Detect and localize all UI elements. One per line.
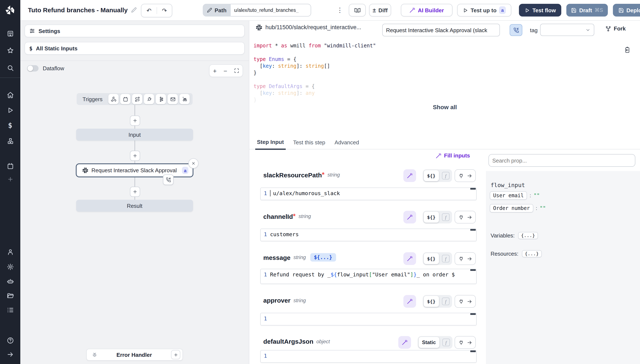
template-mode-button[interactable]: ${} <box>424 212 439 223</box>
add-error-handler-button[interactable] <box>171 350 180 359</box>
search-prop-input[interactable] <box>488 154 635 167</box>
email-trigger-button[interactable] <box>168 94 178 104</box>
more-menu-button[interactable]: ⋮ <box>336 4 344 16</box>
connect-input-button[interactable] <box>454 295 476 308</box>
sidebar-item-folders[interactable] <box>0 289 20 302</box>
deploy-button[interactable]: Deploy <box>613 4 640 16</box>
sidebar-item-workers[interactable] <box>0 275 20 288</box>
template-mode-button[interactable]: ${} <box>424 170 439 181</box>
sidebar-item-audit-logs[interactable] <box>0 304 20 316</box>
result-node[interactable]: Result <box>76 200 193 212</box>
path-button[interactable]: Path <box>203 4 231 16</box>
ai-fill-button[interactable] <box>404 169 416 182</box>
sidebar-item-users[interactable] <box>0 246 20 258</box>
prop-key-order-number[interactable]: Order number <box>490 204 533 212</box>
javascript-mode-button[interactable]: f <box>442 298 450 305</box>
editor-slackResourcePath[interactable]: 1 u/alex/humorous_slack <box>260 188 476 200</box>
sidebar-expand-button[interactable] <box>0 348 20 360</box>
dataflow-toggle[interactable] <box>27 65 38 72</box>
sidebar-item-add[interactable] <box>0 173 20 186</box>
editor-defaultArgsJson[interactable]: 1 <box>260 350 476 363</box>
undo-button[interactable]: ↶ <box>142 7 157 14</box>
test-up-to-button[interactable]: Test up to a <box>457 4 511 16</box>
javascript-mode-button[interactable]: f <box>442 255 450 262</box>
ai-fill-button[interactable] <box>404 252 416 265</box>
all-static-inputs-button[interactable]: $ All Static Inputs <box>24 42 245 54</box>
prop-key-user-email[interactable]: User email <box>490 191 527 200</box>
zoom-in-button[interactable]: + <box>213 67 217 74</box>
sidebar-item-settings[interactable] <box>0 260 20 273</box>
draft-button[interactable]: Draft ⌘S <box>566 4 608 16</box>
sidebar-item-resources[interactable] <box>0 134 20 147</box>
windmill-logo[interactable] <box>0 4 20 16</box>
sidebar-item-help[interactable] <box>0 334 20 347</box>
javascript-mode-button[interactable]: f <box>442 172 450 180</box>
sidebar-item-workspace[interactable] <box>0 27 20 40</box>
ai-fill-button[interactable] <box>404 211 416 224</box>
ai-builder-button[interactable]: AI Builder <box>401 4 452 16</box>
step-name-input[interactable] <box>382 24 500 36</box>
triggers-node[interactable]: Triggers <box>76 93 192 105</box>
resources-expand-chip[interactable]: {...} <box>522 250 542 257</box>
sidebar-item-schedules[interactable] <box>0 160 20 172</box>
field-label-channelId: channelId*string <box>263 212 311 220</box>
webhook-trigger-button[interactable] <box>108 94 118 104</box>
hub-script-link[interactable]: hub/11500/slack/request_interactive... <box>256 24 361 30</box>
sidebar-item-runs[interactable] <box>0 104 20 116</box>
connect-input-button[interactable] <box>454 211 476 224</box>
path-label: Path <box>214 7 226 13</box>
input-node[interactable]: Input <box>76 129 193 140</box>
kafka-trigger-button[interactable] <box>156 94 166 104</box>
sidebar-item-home[interactable] <box>0 88 20 101</box>
code-preview[interactable]: import * as wmill from "windmill-client"… <box>254 42 626 103</box>
step-node-slack-approval[interactable]: Request Interactive Slack Approval (... … <box>76 164 194 177</box>
redo-button[interactable]: ↷ <box>157 7 172 14</box>
diff-button[interactable]: ± Diff <box>369 4 391 16</box>
zoom-fit-button[interactable] <box>234 68 239 73</box>
tab-test-this-step[interactable]: Test this step <box>292 136 327 149</box>
zoom-out-button[interactable]: − <box>224 67 227 74</box>
error-handler-node[interactable]: Error Handler <box>86 349 183 360</box>
tag-select[interactable] <box>540 24 594 36</box>
ai-fill-button[interactable] <box>404 295 416 308</box>
suspend-approval-toggle-button[interactable] <box>510 24 522 36</box>
path-input[interactable] <box>231 4 311 16</box>
fork-button[interactable]: Fork <box>605 26 626 32</box>
wand-icon <box>407 173 413 178</box>
connect-input-button[interactable] <box>454 252 476 265</box>
sidebar-item-variables[interactable]: $ <box>0 119 20 132</box>
copy-code-button[interactable] <box>624 46 631 53</box>
websocket-trigger-button[interactable] <box>144 94 154 104</box>
template-mode-button[interactable]: ${} <box>424 296 439 307</box>
template-mode-button[interactable]: ${} <box>424 253 439 264</box>
flow-input-section[interactable]: flow_input <box>490 182 525 188</box>
editor-message[interactable]: 1 Refund request by _${flow_input["User … <box>260 269 476 284</box>
schedule-trigger-button[interactable] <box>120 94 130 104</box>
add-step-button-middle[interactable] <box>130 151 140 161</box>
edit-title-button[interactable] <box>131 7 136 13</box>
connect-input-button[interactable] <box>454 336 476 349</box>
javascript-mode-button[interactable]: f <box>442 338 450 346</box>
flow-settings-button[interactable]: Settings <box>24 24 245 37</box>
add-step-button-top[interactable] <box>130 116 140 126</box>
suspend-approval-badge[interactable] <box>163 174 174 185</box>
tab-step-input[interactable]: Step Input <box>255 135 286 150</box>
test-flow-button[interactable]: Test flow <box>519 4 561 16</box>
tab-advanced[interactable]: Advanced <box>333 136 361 149</box>
show-all-button[interactable]: Show all <box>433 104 457 110</box>
sidebar-item-search[interactable] <box>0 61 20 74</box>
javascript-mode-button[interactable]: f <box>442 213 450 221</box>
static-mode-button[interactable]: Static <box>418 337 439 348</box>
http-route-trigger-button[interactable] <box>132 94 142 104</box>
add-step-button-bottom[interactable] <box>130 187 140 197</box>
connect-input-button[interactable] <box>454 169 476 182</box>
remove-step-button[interactable] <box>188 158 198 168</box>
scheduled-poll-trigger-button[interactable] <box>180 94 190 104</box>
ai-fill-button[interactable] <box>398 336 411 349</box>
docs-button[interactable] <box>349 4 366 16</box>
editor-approver[interactable]: 1 <box>260 313 476 326</box>
editor-channelId[interactable]: 1 customers <box>260 228 476 241</box>
fill-inputs-button[interactable]: Fill inputs <box>436 152 470 159</box>
variables-expand-chip[interactable]: {...} <box>518 232 538 239</box>
sidebar-item-favorites[interactable] <box>0 44 20 57</box>
